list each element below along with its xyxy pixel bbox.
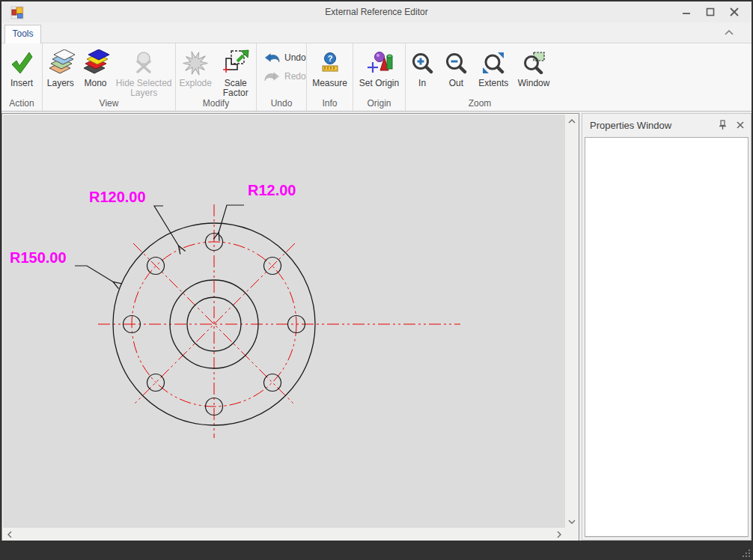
hide-selected-layers-button[interactable]: Hide Selected Layers (112, 45, 175, 98)
explode-icon (182, 51, 209, 76)
undo-icon (264, 52, 280, 63)
zoom-extents-button[interactable]: Extents (473, 45, 513, 98)
group-label-modify: Modify (176, 98, 256, 111)
close-button[interactable] (726, 4, 743, 20)
maximize-button[interactable] (702, 4, 719, 20)
cad-drawing: R150.00 R120.00 R12.00 (3, 115, 565, 528)
group-label-origin: Origin (353, 98, 405, 111)
properties-panel: Properties Window (582, 113, 752, 541)
layers-icon (46, 49, 76, 76)
ribbon-group-origin: Set Origin Origin (353, 43, 406, 111)
scroll-right-button[interactable] (554, 529, 564, 540)
pin-icon (719, 120, 727, 130)
ribbon: Insert Action Layers (1, 43, 752, 112)
measure-icon: ? (321, 52, 339, 73)
zoom-in-button[interactable]: In (406, 45, 439, 98)
measure-button[interactable]: ? Measure (307, 45, 353, 98)
close-panel-button[interactable] (734, 119, 746, 131)
pin-panel-button[interactable] (716, 119, 728, 131)
drawing-canvas[interactable]: R150.00 R120.00 R12.00 (3, 115, 565, 528)
dim-r120: R120.00 (89, 189, 146, 205)
chevron-up-icon (568, 119, 576, 124)
resize-grip[interactable] (740, 547, 750, 557)
group-label-undo: Undo (257, 98, 306, 111)
properties-panel-header[interactable]: Properties Window (582, 114, 751, 137)
tab-tools[interactable]: Tools (4, 25, 41, 43)
group-label-view: View (43, 98, 175, 111)
scroll-left-button[interactable] (4, 529, 15, 540)
ribbon-tabstrip: Tools (1, 22, 752, 43)
insert-button[interactable]: Insert (1, 45, 42, 98)
close-icon (737, 121, 744, 129)
maximize-icon (706, 7, 715, 16)
group-label-action: Action (1, 98, 42, 111)
check-icon (9, 51, 34, 75)
zoom-out-button[interactable]: Out (439, 45, 473, 98)
scale-factor-button[interactable]: Scale Factor (216, 45, 256, 98)
workspace: R150.00 R120.00 R12.00 (1, 112, 752, 541)
zoom-window-icon (522, 52, 545, 74)
redo-button[interactable]: Redo (264, 70, 306, 82)
layers-button[interactable]: Layers (43, 45, 79, 98)
mono-layers-icon (80, 49, 110, 76)
horizontal-scrollbar[interactable] (3, 529, 578, 541)
dim-r150: R150.00 (10, 249, 67, 266)
zoom-out-icon (445, 52, 467, 74)
vertical-scrollbar[interactable] (566, 115, 578, 529)
chevron-down-icon (568, 520, 576, 524)
window-title: External Reference Editor (1, 7, 752, 17)
ribbon-group-modify: Explode Scale Factor Modify (176, 43, 257, 111)
svg-text:?: ? (327, 54, 332, 63)
chevron-up-icon (725, 30, 734, 36)
chevron-left-icon (7, 531, 12, 538)
centerlines (98, 204, 460, 438)
mono-button[interactable]: Mono (79, 45, 113, 98)
ribbon-collapse-button[interactable] (723, 27, 735, 39)
titlebar: External Reference Editor (1, 1, 752, 22)
redo-icon (264, 71, 280, 82)
hide-layers-icon (131, 51, 156, 75)
zoom-extents-icon (482, 52, 504, 74)
zoom-window-button[interactable]: Window (513, 45, 554, 98)
ribbon-group-undo: Undo Redo Undo (257, 43, 307, 111)
window-frame: External Reference Editor Tools (0, 0, 753, 560)
dimension-labels: R150.00 R120.00 R12.00 (10, 182, 296, 266)
chevron-right-icon (557, 531, 561, 538)
minimize-button[interactable] (678, 4, 695, 20)
status-bar (0, 541, 753, 560)
properties-panel-content[interactable] (585, 137, 749, 537)
set-origin-icon (366, 51, 393, 75)
ribbon-group-info: ? Measure Info (307, 43, 353, 111)
dim-r12: R12.00 (248, 182, 296, 198)
ribbon-group-action: Insert Action (1, 43, 43, 111)
explode-button[interactable]: Explode (176, 45, 216, 98)
ribbon-group-zoom: In Out Ex (406, 43, 554, 111)
zoom-in-icon (411, 52, 433, 74)
minimize-icon (682, 7, 691, 16)
group-label-zoom: Zoom (406, 98, 554, 111)
set-origin-button[interactable]: Set Origin (354, 45, 405, 98)
ribbon-group-view: Layers Mono (43, 43, 176, 111)
scale-factor-icon (222, 49, 249, 76)
dimension-leaders (75, 205, 244, 282)
properties-panel-title: Properties Window (590, 120, 671, 131)
drawing-viewport: R150.00 R120.00 R12.00 (1, 113, 579, 542)
scroll-up-button[interactable] (567, 116, 577, 127)
undo-button[interactable]: Undo (264, 52, 306, 64)
group-label-info: Info (307, 98, 353, 111)
scroll-down-button[interactable] (567, 517, 577, 527)
close-icon (730, 7, 739, 16)
